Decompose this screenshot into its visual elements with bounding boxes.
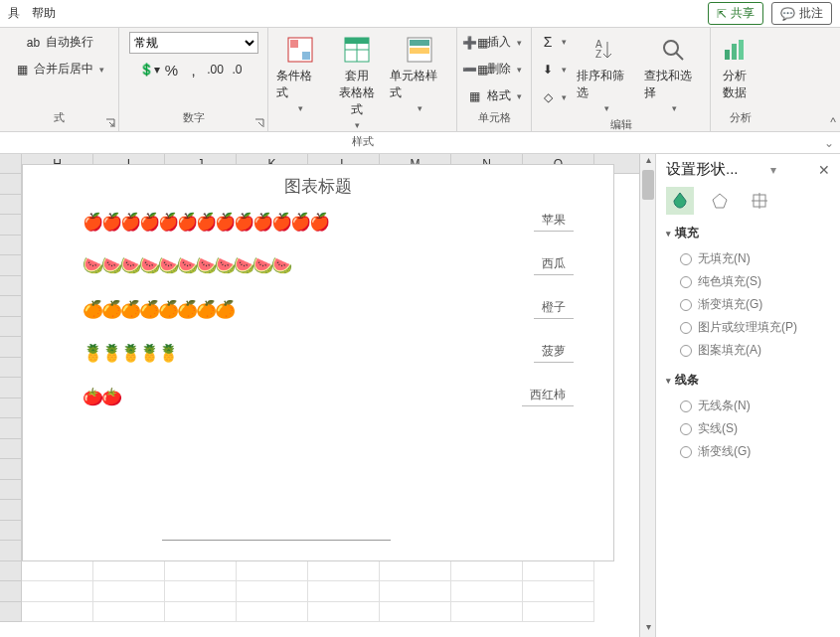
cell[interactable] — [237, 561, 308, 582]
embedded-chart[interactable]: 图表标题 🍎🍎🍎🍎🍎🍎🍎🍎🍎🍎🍎🍎🍎苹果🍉🍉🍉🍉🍉🍉🍉🍉🍉🍉🍉西瓜🍊🍊🍊🍊🍊🍊🍊… — [22, 164, 614, 561]
collapse-ribbon-icon[interactable]: ^ — [830, 115, 836, 129]
row-header[interactable] — [0, 337, 22, 358]
wrap-text-button[interactable]: ab自动换行 — [24, 32, 95, 53]
row-header[interactable] — [0, 541, 22, 561]
fill-section-header[interactable]: ▾填充 — [666, 225, 830, 241]
merge-center-button[interactable]: ▦合并后居中▾ — [12, 59, 106, 80]
scroll-down-icon[interactable]: ▾ — [640, 621, 656, 637]
analyze-data-button[interactable]: 分析 数据 — [717, 32, 753, 103]
format-button[interactable]: ▦格式▾ — [465, 85, 524, 106]
fill-option[interactable]: 图案填充(A) — [666, 339, 830, 362]
cell[interactable] — [451, 561, 523, 582]
fill-option[interactable]: 无填充(N) — [666, 247, 830, 270]
fill-line-tab[interactable] — [666, 187, 694, 215]
row-header[interactable] — [0, 174, 22, 195]
formula-bar-expand-icon[interactable]: ⌄ — [824, 136, 834, 150]
number-format-select[interactable]: 常规 — [129, 32, 258, 54]
cell[interactable] — [380, 602, 451, 623]
row-header[interactable] — [0, 439, 22, 460]
chart-bar-row[interactable]: 🍎🍎🍎🍎🍎🍎🍎🍎🍎🍎🍎🍎🍎苹果 — [83, 212, 593, 232]
cell[interactable] — [523, 581, 594, 602]
chart-bar[interactable]: 🍅🍅 — [83, 387, 120, 406]
row-header[interactable] — [0, 378, 22, 398]
chart-category-label[interactable]: 苹果 — [534, 212, 574, 232]
close-icon[interactable]: ✕ — [818, 162, 830, 178]
menu-tools[interactable]: 具 — [8, 5, 20, 22]
conditional-format-button[interactable]: 条件格式▾ — [274, 32, 325, 115]
cell[interactable] — [22, 561, 93, 582]
insert-button[interactable]: ➕▦插入▾ — [465, 32, 524, 53]
row-header[interactable] — [0, 317, 22, 338]
chart-bar-row[interactable]: 🍍🍍🍍🍍🍍菠萝 — [83, 343, 593, 363]
chart-bar[interactable]: 🍊🍊🍊🍊🍊🍊🍊🍊 — [83, 299, 234, 319]
chart-category-label[interactable]: 西瓜 — [534, 255, 574, 275]
table-format-button[interactable]: 套用 表格格式▾ — [331, 32, 382, 132]
row-header[interactable] — [0, 561, 22, 582]
cell[interactable] — [93, 561, 165, 582]
fill-button[interactable]: ⬇▾ — [538, 60, 569, 80]
cell[interactable] — [308, 581, 380, 602]
scroll-up-icon[interactable]: ▴ — [640, 154, 656, 170]
row-header[interactable] — [0, 500, 22, 521]
line-section-header[interactable]: ▾线条 — [666, 372, 830, 389]
row-header[interactable] — [0, 358, 22, 379]
row-header[interactable] — [0, 255, 22, 276]
cell[interactable] — [451, 602, 523, 623]
chart-category-label[interactable]: 菠萝 — [534, 343, 574, 363]
row-header[interactable] — [0, 418, 22, 439]
cell[interactable] — [237, 581, 308, 602]
clear-button[interactable]: ◇▾ — [538, 87, 569, 107]
chart-bar[interactable]: 🍎🍎🍎🍎🍎🍎🍎🍎🍎🍎🍎🍎🍎 — [83, 212, 328, 232]
line-option[interactable]: 无线条(N) — [666, 395, 830, 417]
cell[interactable] — [93, 602, 165, 623]
cell[interactable] — [523, 602, 594, 623]
line-option[interactable]: 实线(S) — [666, 417, 830, 440]
annotate-button[interactable]: 💬批注 — [771, 2, 832, 25]
chart-bar[interactable]: 🍉🍉🍉🍉🍉🍉🍉🍉🍉🍉🍉 — [83, 255, 290, 275]
row-header[interactable] — [0, 398, 22, 419]
fill-option[interactable]: 渐变填充(G) — [666, 293, 830, 316]
chart-bar-row[interactable]: 🍊🍊🍊🍊🍊🍊🍊🍊橙子 — [83, 299, 593, 319]
cell[interactable] — [308, 602, 380, 623]
cell[interactable] — [165, 602, 237, 623]
row-header[interactable] — [0, 521, 22, 542]
cell[interactable] — [165, 561, 237, 582]
fill-option[interactable]: 纯色填充(S) — [666, 270, 830, 293]
scroll-thumb[interactable] — [642, 170, 654, 200]
chart-bar[interactable]: 🍍🍍🍍🍍🍍 — [83, 343, 177, 363]
row-header[interactable] — [0, 602, 22, 623]
cell[interactable] — [380, 581, 451, 602]
find-select-button[interactable]: 查找和选择▾ — [642, 32, 704, 115]
delete-button[interactable]: ➖▦删除▾ — [465, 59, 524, 80]
row-header[interactable] — [0, 296, 22, 317]
cell[interactable] — [237, 602, 308, 623]
line-option[interactable]: 渐变线(G) — [666, 440, 830, 463]
cell[interactable] — [308, 561, 380, 582]
chart-category-label[interactable]: 西红柿 — [522, 387, 574, 406]
select-all-corner[interactable] — [0, 154, 22, 173]
chart-bar-row[interactable]: 🍅🍅西红柿 — [83, 387, 593, 406]
sort-filter-button[interactable]: AZ排序和筛选▾ — [575, 32, 636, 115]
cell[interactable] — [451, 581, 523, 602]
share-button[interactable]: ⇱共享 — [708, 2, 763, 25]
row-header[interactable] — [0, 459, 22, 480]
menu-help[interactable]: 帮助 — [32, 5, 56, 22]
row-header[interactable] — [0, 195, 22, 216]
comma-icon[interactable]: , — [186, 62, 202, 78]
row-header[interactable] — [0, 236, 22, 256]
cell[interactable] — [93, 581, 165, 602]
worksheet-grid[interactable]: H I J K L M N O 图表标题 🍎🍎🍎🍎🍎🍎🍎🍎🍎🍎🍎🍎🍎苹果🍉🍉🍉🍉… — [0, 154, 639, 637]
chart-title[interactable]: 图表标题 — [23, 165, 613, 208]
size-properties-tab[interactable] — [746, 187, 773, 215]
row-header[interactable] — [0, 215, 22, 236]
row-header[interactable] — [0, 276, 22, 297]
cell[interactable] — [380, 561, 451, 582]
row-header[interactable] — [0, 480, 22, 501]
cell[interactable] — [22, 581, 93, 602]
decrease-decimal-icon[interactable]: .0 — [230, 62, 246, 78]
chart-bar-row[interactable]: 🍉🍉🍉🍉🍉🍉🍉🍉🍉🍉🍉西瓜 — [83, 255, 593, 275]
effects-tab[interactable] — [706, 187, 734, 215]
percent-icon[interactable]: % — [164, 62, 180, 78]
cell[interactable] — [22, 602, 93, 623]
vertical-scrollbar[interactable]: ▴ ▾ — [639, 154, 655, 637]
